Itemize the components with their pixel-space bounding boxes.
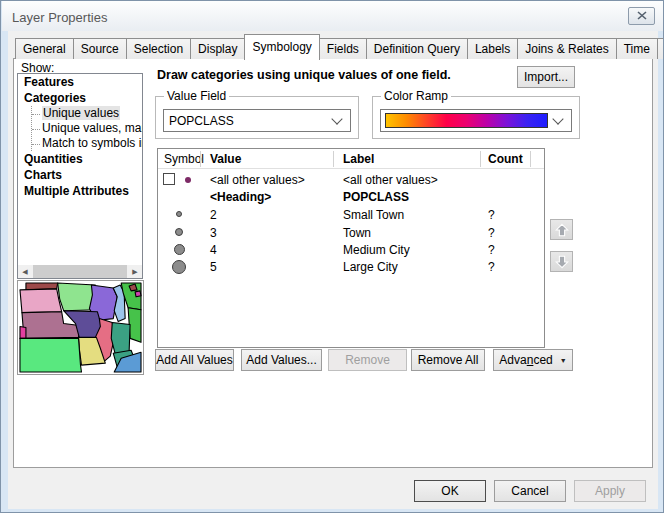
row-count: ? xyxy=(488,208,495,222)
graduated-circle-icon[interactable] xyxy=(175,228,183,236)
table-row-large-city[interactable]: 5 Large City ? xyxy=(158,258,544,275)
table-row-medium-city[interactable]: 4 Medium City ? xyxy=(158,241,544,258)
row-label: Large City xyxy=(343,260,398,274)
row-value: 2 xyxy=(210,208,217,222)
map-preview-image xyxy=(18,281,143,374)
remove-all-button[interactable]: Remove All xyxy=(411,349,485,371)
arrow-down-icon xyxy=(555,255,569,269)
tree-item-unique-values[interactable]: Unique values xyxy=(32,106,142,121)
categories-children: Unique values Unique values, many Match … xyxy=(31,106,142,151)
chevron-down-icon xyxy=(331,113,342,124)
tab-html-popup[interactable]: HTML Popup xyxy=(657,38,664,59)
table-header: Symbol Value Label Count xyxy=(158,149,544,169)
row-label: Small Town xyxy=(343,208,404,222)
tree-item-multiple-attributes[interactable]: Multiple Attributes xyxy=(18,183,142,199)
row-count: ? xyxy=(488,260,495,274)
graduated-circle-icon[interactable] xyxy=(174,244,185,255)
tab-joins-relates[interactable]: Joins & Relates xyxy=(517,38,616,59)
window-title: Layer Properties xyxy=(12,10,107,25)
column-symbol: Symbol xyxy=(164,152,204,166)
color-ramp-preview xyxy=(385,113,548,128)
unique-values-table: Symbol Value Label Count <all other valu… xyxy=(157,148,545,348)
close-icon xyxy=(637,9,647,23)
arrow-up-icon xyxy=(555,223,569,237)
tree-item-categories[interactable]: Categories xyxy=(18,90,142,106)
scroll-left-icon[interactable]: ◀ xyxy=(18,265,32,278)
tree-item-match-symbols[interactable]: Match to symbols in a xyxy=(32,136,142,151)
chevron-down-icon xyxy=(552,113,563,124)
tree-horizontal-scrollbar[interactable]: ◀ ▶ xyxy=(18,265,142,278)
move-up-button[interactable] xyxy=(550,219,573,240)
graduated-circle-icon[interactable] xyxy=(172,260,186,274)
row-label: Town xyxy=(343,226,371,240)
add-values-button[interactable]: Add Values... xyxy=(241,349,322,371)
row-label: POPCLASS xyxy=(343,190,409,204)
graduated-circle-icon[interactable] xyxy=(176,211,182,217)
value-field-dropdown[interactable]: POPCLASS xyxy=(163,109,351,132)
advanced-label: Adva xyxy=(499,353,526,367)
tab-symbology[interactable]: Symbology xyxy=(244,34,319,60)
map-preview xyxy=(17,280,144,375)
tab-strip: General Source Selection Display Symbolo… xyxy=(15,34,664,59)
column-value: Value xyxy=(210,152,241,166)
column-label: Label xyxy=(343,152,374,166)
tab-time[interactable]: Time xyxy=(616,38,658,59)
value-field-group: Value Field POPCLASS xyxy=(155,96,359,139)
apply-button[interactable]: Apply xyxy=(574,480,646,502)
show-tree: Features Categories Unique values Unique… xyxy=(17,73,143,279)
close-button[interactable] xyxy=(628,7,655,25)
unique-values-label: Unique values xyxy=(42,106,120,120)
all-other-values-checkbox[interactable] xyxy=(163,173,175,185)
tab-general[interactable]: General xyxy=(15,38,74,59)
row-count: ? xyxy=(488,226,495,240)
all-other-values-symbol[interactable] xyxy=(158,171,200,188)
scrollbar-thumb[interactable] xyxy=(33,265,127,278)
table-row-small-town[interactable]: 2 Small Town ? xyxy=(158,206,544,223)
dropdown-caret-icon: ▼ xyxy=(560,357,567,364)
value-field-label: Value Field xyxy=(164,89,229,103)
advanced-accelerator: n xyxy=(527,353,534,367)
import-button[interactable]: Import... xyxy=(517,66,575,88)
row-value: <all other values> xyxy=(210,173,305,187)
tab-source[interactable]: Source xyxy=(73,38,127,59)
tree-item-quantities[interactable]: Quantities xyxy=(18,151,142,167)
move-down-button[interactable] xyxy=(550,251,573,272)
table-row-heading[interactable]: <Heading> POPCLASS xyxy=(158,188,544,205)
all-other-values-point-icon xyxy=(185,177,191,183)
tree-item-features[interactable]: Features xyxy=(18,74,142,90)
row-value: 3 xyxy=(210,226,217,240)
column-count: Count xyxy=(488,152,523,166)
table-row-all-other-values[interactable]: <all other values> <all other values> xyxy=(158,171,544,188)
row-value: <Heading> xyxy=(210,190,271,204)
row-value: 5 xyxy=(210,260,217,274)
color-ramp-group: Color Ramp xyxy=(372,96,580,139)
row-value: 4 xyxy=(210,243,217,257)
advanced-button[interactable]: Advanced ▼ xyxy=(493,349,573,371)
layer-properties-dialog: Layer Properties General Source Selectio… xyxy=(0,0,664,513)
ok-button[interactable]: OK xyxy=(414,480,486,502)
tab-labels[interactable]: Labels xyxy=(467,38,518,59)
tab-fields[interactable]: Fields xyxy=(319,38,367,59)
color-ramp-label: Color Ramp xyxy=(381,89,451,103)
title-bar: Layer Properties xyxy=(2,1,664,31)
symbology-tab-page: Show: Features Categories Unique values … xyxy=(13,58,653,468)
add-all-values-button[interactable]: Add All Values xyxy=(155,349,234,371)
table-row-town[interactable]: 3 Town ? xyxy=(158,224,544,241)
row-label: Medium City xyxy=(343,243,410,257)
tab-selection[interactable]: Selection xyxy=(126,38,191,59)
color-ramp-dropdown[interactable] xyxy=(380,109,572,132)
row-count: ? xyxy=(488,243,495,257)
cancel-button[interactable]: Cancel xyxy=(494,480,566,502)
page-description: Draw categories using unique values of o… xyxy=(157,68,451,82)
tree-item-charts[interactable]: Charts xyxy=(18,167,142,183)
dialog-body: General Source Selection Display Symbolo… xyxy=(8,31,658,509)
remove-button[interactable]: Remove xyxy=(328,349,407,371)
tree-item-unique-values-many[interactable]: Unique values, many xyxy=(32,121,142,136)
tab-definition-query[interactable]: Definition Query xyxy=(366,38,468,59)
row-label: <all other values> xyxy=(343,173,438,187)
value-field-value: POPCLASS xyxy=(164,114,333,128)
advanced-label-end: ced xyxy=(533,353,552,367)
scroll-right-icon[interactable]: ▶ xyxy=(128,265,142,278)
tab-display[interactable]: Display xyxy=(190,38,245,59)
